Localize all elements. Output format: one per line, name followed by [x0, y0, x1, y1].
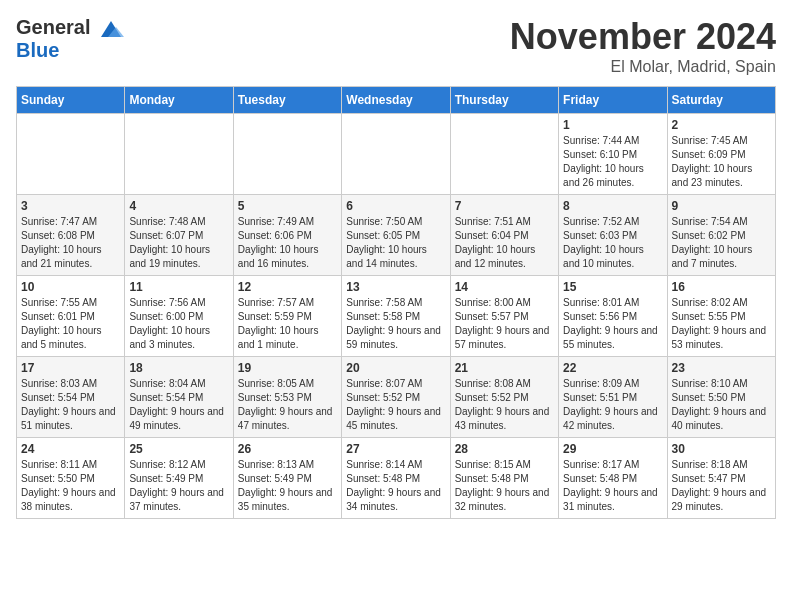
day-info: Sunrise: 7:51 AM Sunset: 6:04 PM Dayligh…: [455, 215, 554, 271]
day-number: 18: [129, 361, 228, 375]
day-number: 30: [672, 442, 771, 456]
calendar-cell: 13Sunrise: 7:58 AM Sunset: 5:58 PM Dayli…: [342, 276, 450, 357]
day-info: Sunrise: 7:47 AM Sunset: 6:08 PM Dayligh…: [21, 215, 120, 271]
calendar-cell: [17, 114, 125, 195]
calendar-cell: 16Sunrise: 8:02 AM Sunset: 5:55 PM Dayli…: [667, 276, 775, 357]
calendar-cell: 23Sunrise: 8:10 AM Sunset: 5:50 PM Dayli…: [667, 357, 775, 438]
day-info: Sunrise: 7:57 AM Sunset: 5:59 PM Dayligh…: [238, 296, 337, 352]
week-row-5: 24Sunrise: 8:11 AM Sunset: 5:50 PM Dayli…: [17, 438, 776, 519]
calendar-cell: 8Sunrise: 7:52 AM Sunset: 6:03 PM Daylig…: [559, 195, 667, 276]
day-info: Sunrise: 8:05 AM Sunset: 5:53 PM Dayligh…: [238, 377, 337, 433]
day-info: Sunrise: 8:01 AM Sunset: 5:56 PM Dayligh…: [563, 296, 662, 352]
day-info: Sunrise: 8:11 AM Sunset: 5:50 PM Dayligh…: [21, 458, 120, 514]
day-number: 11: [129, 280, 228, 294]
weekday-header-friday: Friday: [559, 87, 667, 114]
calendar-cell: 2Sunrise: 7:45 AM Sunset: 6:09 PM Daylig…: [667, 114, 775, 195]
day-number: 23: [672, 361, 771, 375]
day-number: 20: [346, 361, 445, 375]
day-info: Sunrise: 8:17 AM Sunset: 5:48 PM Dayligh…: [563, 458, 662, 514]
calendar-cell: 1Sunrise: 7:44 AM Sunset: 6:10 PM Daylig…: [559, 114, 667, 195]
calendar-cell: 27Sunrise: 8:14 AM Sunset: 5:48 PM Dayli…: [342, 438, 450, 519]
location-title: El Molar, Madrid, Spain: [510, 58, 776, 76]
day-info: Sunrise: 7:52 AM Sunset: 6:03 PM Dayligh…: [563, 215, 662, 271]
calendar-cell: 15Sunrise: 8:01 AM Sunset: 5:56 PM Dayli…: [559, 276, 667, 357]
calendar-cell: 12Sunrise: 7:57 AM Sunset: 5:59 PM Dayli…: [233, 276, 341, 357]
weekday-header-tuesday: Tuesday: [233, 87, 341, 114]
day-number: 25: [129, 442, 228, 456]
week-row-2: 3Sunrise: 7:47 AM Sunset: 6:08 PM Daylig…: [17, 195, 776, 276]
week-row-4: 17Sunrise: 8:03 AM Sunset: 5:54 PM Dayli…: [17, 357, 776, 438]
calendar-cell: 17Sunrise: 8:03 AM Sunset: 5:54 PM Dayli…: [17, 357, 125, 438]
day-info: Sunrise: 7:58 AM Sunset: 5:58 PM Dayligh…: [346, 296, 445, 352]
calendar-cell: 7Sunrise: 7:51 AM Sunset: 6:04 PM Daylig…: [450, 195, 558, 276]
calendar-cell: [125, 114, 233, 195]
day-info: Sunrise: 8:00 AM Sunset: 5:57 PM Dayligh…: [455, 296, 554, 352]
day-number: 15: [563, 280, 662, 294]
calendar-cell: 3Sunrise: 7:47 AM Sunset: 6:08 PM Daylig…: [17, 195, 125, 276]
month-title: November 2024: [510, 16, 776, 58]
calendar-cell: 29Sunrise: 8:17 AM Sunset: 5:48 PM Dayli…: [559, 438, 667, 519]
calendar-cell: 25Sunrise: 8:12 AM Sunset: 5:49 PM Dayli…: [125, 438, 233, 519]
day-info: Sunrise: 7:56 AM Sunset: 6:00 PM Dayligh…: [129, 296, 228, 352]
day-number: 1: [563, 118, 662, 132]
calendar-cell: 18Sunrise: 8:04 AM Sunset: 5:54 PM Dayli…: [125, 357, 233, 438]
weekday-header-thursday: Thursday: [450, 87, 558, 114]
calendar-cell: 19Sunrise: 8:05 AM Sunset: 5:53 PM Dayli…: [233, 357, 341, 438]
weekday-header-row: SundayMondayTuesdayWednesdayThursdayFrid…: [17, 87, 776, 114]
day-info: Sunrise: 8:09 AM Sunset: 5:51 PM Dayligh…: [563, 377, 662, 433]
calendar-cell: 14Sunrise: 8:00 AM Sunset: 5:57 PM Dayli…: [450, 276, 558, 357]
day-info: Sunrise: 7:49 AM Sunset: 6:06 PM Dayligh…: [238, 215, 337, 271]
day-number: 21: [455, 361, 554, 375]
day-info: Sunrise: 8:13 AM Sunset: 5:49 PM Dayligh…: [238, 458, 337, 514]
day-info: Sunrise: 8:07 AM Sunset: 5:52 PM Dayligh…: [346, 377, 445, 433]
day-info: Sunrise: 8:15 AM Sunset: 5:48 PM Dayligh…: [455, 458, 554, 514]
day-number: 26: [238, 442, 337, 456]
day-info: Sunrise: 8:10 AM Sunset: 5:50 PM Dayligh…: [672, 377, 771, 433]
calendar-cell: 20Sunrise: 8:07 AM Sunset: 5:52 PM Dayli…: [342, 357, 450, 438]
weekday-header-saturday: Saturday: [667, 87, 775, 114]
day-number: 19: [238, 361, 337, 375]
calendar-cell: 26Sunrise: 8:13 AM Sunset: 5:49 PM Dayli…: [233, 438, 341, 519]
calendar-cell: 22Sunrise: 8:09 AM Sunset: 5:51 PM Dayli…: [559, 357, 667, 438]
day-info: Sunrise: 8:12 AM Sunset: 5:49 PM Dayligh…: [129, 458, 228, 514]
day-number: 10: [21, 280, 120, 294]
day-number: 7: [455, 199, 554, 213]
day-info: Sunrise: 7:44 AM Sunset: 6:10 PM Dayligh…: [563, 134, 662, 190]
calendar-cell: 11Sunrise: 7:56 AM Sunset: 6:00 PM Dayli…: [125, 276, 233, 357]
calendar-cell: 10Sunrise: 7:55 AM Sunset: 6:01 PM Dayli…: [17, 276, 125, 357]
day-info: Sunrise: 8:14 AM Sunset: 5:48 PM Dayligh…: [346, 458, 445, 514]
day-info: Sunrise: 7:45 AM Sunset: 6:09 PM Dayligh…: [672, 134, 771, 190]
day-number: 14: [455, 280, 554, 294]
day-number: 5: [238, 199, 337, 213]
day-number: 27: [346, 442, 445, 456]
calendar-cell: [233, 114, 341, 195]
day-info: Sunrise: 8:03 AM Sunset: 5:54 PM Dayligh…: [21, 377, 120, 433]
day-number: 29: [563, 442, 662, 456]
day-info: Sunrise: 8:04 AM Sunset: 5:54 PM Dayligh…: [129, 377, 228, 433]
day-number: 8: [563, 199, 662, 213]
header: General Blue November 2024 El Molar, Mad…: [16, 16, 776, 76]
day-number: 4: [129, 199, 228, 213]
calendar-cell: 9Sunrise: 7:54 AM Sunset: 6:02 PM Daylig…: [667, 195, 775, 276]
day-number: 22: [563, 361, 662, 375]
title-area: November 2024 El Molar, Madrid, Spain: [510, 16, 776, 76]
logo: General Blue: [16, 16, 126, 61]
day-number: 24: [21, 442, 120, 456]
day-number: 17: [21, 361, 120, 375]
day-info: Sunrise: 7:54 AM Sunset: 6:02 PM Dayligh…: [672, 215, 771, 271]
calendar-cell: [342, 114, 450, 195]
day-info: Sunrise: 8:02 AM Sunset: 5:55 PM Dayligh…: [672, 296, 771, 352]
weekday-header-wednesday: Wednesday: [342, 87, 450, 114]
day-info: Sunrise: 7:50 AM Sunset: 6:05 PM Dayligh…: [346, 215, 445, 271]
day-info: Sunrise: 7:48 AM Sunset: 6:07 PM Dayligh…: [129, 215, 228, 271]
calendar-cell: 24Sunrise: 8:11 AM Sunset: 5:50 PM Dayli…: [17, 438, 125, 519]
calendar-cell: 28Sunrise: 8:15 AM Sunset: 5:48 PM Dayli…: [450, 438, 558, 519]
day-number: 13: [346, 280, 445, 294]
day-info: Sunrise: 7:55 AM Sunset: 6:01 PM Dayligh…: [21, 296, 120, 352]
weekday-header-monday: Monday: [125, 87, 233, 114]
logo-blue: Blue: [16, 39, 126, 61]
calendar-cell: 5Sunrise: 7:49 AM Sunset: 6:06 PM Daylig…: [233, 195, 341, 276]
week-row-3: 10Sunrise: 7:55 AM Sunset: 6:01 PM Dayli…: [17, 276, 776, 357]
day-number: 16: [672, 280, 771, 294]
calendar-cell: 21Sunrise: 8:08 AM Sunset: 5:52 PM Dayli…: [450, 357, 558, 438]
